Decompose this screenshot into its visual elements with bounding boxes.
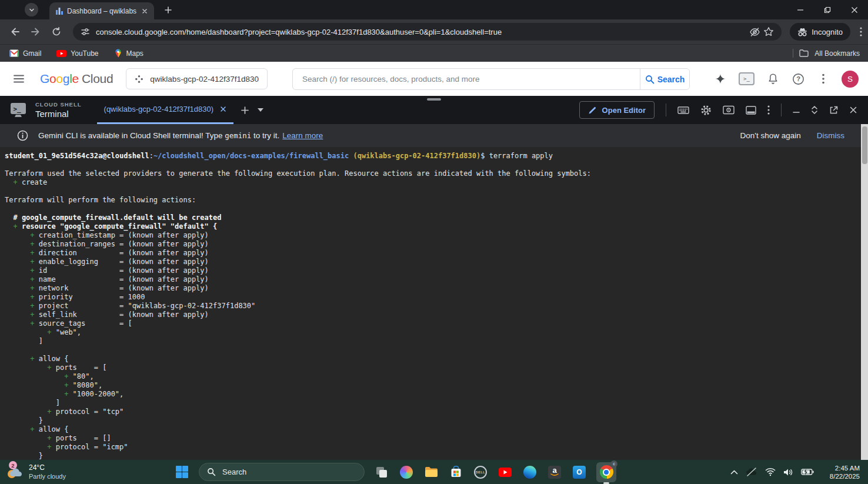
youtube-button[interactable] bbox=[498, 465, 513, 480]
open-in-new-window-button[interactable] bbox=[829, 106, 838, 115]
nav-menu-button[interactable] bbox=[12, 72, 26, 86]
terminal-tab[interactable]: (qwiklabs-gcp-02-412f37f1d830) bbox=[97, 96, 233, 124]
logo-letter: o bbox=[56, 72, 62, 86]
back-button[interactable] bbox=[7, 24, 24, 40]
chevron-down-icon bbox=[28, 6, 35, 14]
dont-show-again-button[interactable]: Don't show again bbox=[740, 131, 801, 140]
notifications-button[interactable] bbox=[766, 72, 780, 86]
panel-layout-button[interactable] bbox=[746, 106, 756, 115]
logo-letter: G bbox=[40, 72, 49, 86]
new-terminal-tab-button[interactable] bbox=[241, 106, 249, 115]
dashboard-favicon-icon bbox=[55, 7, 64, 15]
more-options-button[interactable] bbox=[816, 72, 830, 86]
edge-button[interactable] bbox=[522, 465, 538, 480]
address-bar[interactable]: console.cloud.google.com/home/dashboard?… bbox=[73, 23, 782, 41]
site-settings-icon[interactable] bbox=[81, 27, 90, 36]
all-bookmarks[interactable]: All Bookmarks bbox=[793, 49, 860, 58]
search-input[interactable]: Search (/) for resources, docs, products… bbox=[293, 69, 640, 89]
gear-icon bbox=[700, 105, 712, 116]
search-button[interactable]: Search bbox=[640, 69, 689, 89]
cloud-shell-icon: >_ bbox=[9, 102, 27, 118]
wifi-icon[interactable] bbox=[765, 468, 776, 476]
battery-charging-icon[interactable] bbox=[801, 468, 814, 476]
shell-more-options-button[interactable] bbox=[767, 105, 770, 115]
window-minimize-button[interactable] bbox=[787, 0, 814, 19]
web-preview-button[interactable] bbox=[723, 105, 735, 115]
new-tab-button[interactable] bbox=[163, 5, 173, 15]
browser-tab[interactable]: Dashboard – qwiklabs-gcp-02-412f37f1d830 bbox=[49, 2, 154, 19]
microsoft-store-button[interactable] bbox=[448, 465, 463, 480]
browser-menu-button[interactable] bbox=[854, 25, 868, 39]
panel-drag-handle[interactable] bbox=[427, 98, 441, 101]
dell-button[interactable]: DELL bbox=[473, 465, 488, 480]
start-button[interactable] bbox=[174, 465, 189, 480]
help-button[interactable]: ? bbox=[791, 72, 805, 86]
bookmark-gmail[interactable]: Gmail bbox=[9, 49, 41, 58]
incognito-label: Incognito bbox=[812, 28, 843, 36]
task-view-icon bbox=[375, 466, 388, 479]
bookmarks-bar: Gmail YouTube Maps All Bookmarks bbox=[0, 44, 868, 62]
account-avatar[interactable]: S bbox=[842, 71, 859, 88]
gemini-button[interactable] bbox=[713, 72, 727, 86]
weather-badge: 2 bbox=[9, 461, 17, 469]
all-bookmarks-label: All Bookmarks bbox=[814, 49, 860, 58]
window-restore-button[interactable] bbox=[814, 0, 841, 19]
kebab-menu-icon bbox=[767, 105, 770, 115]
task-view-button[interactable] bbox=[374, 465, 389, 480]
cloud-shell-toggle-button[interactable]: >_ bbox=[739, 72, 755, 85]
gcp-header-actions: >_ ? S bbox=[713, 62, 859, 96]
learn-more-link[interactable]: Learn more bbox=[282, 131, 323, 140]
settings-button[interactable] bbox=[700, 105, 712, 116]
bookmark-star-icon[interactable] bbox=[762, 25, 776, 39]
copilot-button[interactable] bbox=[399, 465, 414, 480]
weather-widget[interactable]: 2 24°C Partly cloudy bbox=[6, 462, 66, 481]
terminal-output: student_01_9e51d564c32a@cloudshell:~/clo… bbox=[5, 152, 861, 460]
terminal[interactable]: student_01_9e51d564c32a@cloudshell:~/clo… bbox=[0, 147, 861, 460]
terminal-tab-close-icon[interactable] bbox=[220, 106, 226, 112]
tab-search-button[interactable] bbox=[25, 3, 38, 16]
search-button-label: Search bbox=[657, 75, 685, 84]
tray-expand-button[interactable] bbox=[730, 470, 738, 475]
close-panel-button[interactable] bbox=[849, 106, 857, 114]
keyboard-button[interactable] bbox=[677, 106, 689, 115]
chrome-button[interactable]: c bbox=[596, 462, 616, 482]
onedrive-offline-icon[interactable] bbox=[746, 468, 757, 476]
outlook-button[interactable]: O bbox=[572, 465, 587, 480]
url-text[interactable]: console.cloud.google.com/home/dashboard?… bbox=[96, 28, 747, 36]
window-controls bbox=[787, 0, 868, 19]
notice-actions: Don't show again Dismiss bbox=[740, 131, 844, 140]
incognito-badge[interactable]: Incognito bbox=[790, 23, 850, 41]
terminal-glyph-icon: >_ bbox=[743, 76, 750, 82]
scrollbar-thumb[interactable] bbox=[862, 126, 867, 164]
volume-icon[interactable] bbox=[783, 468, 793, 476]
search-icon bbox=[207, 468, 216, 476]
amazon-button[interactable]: a bbox=[547, 465, 562, 480]
forward-button[interactable] bbox=[27, 24, 44, 40]
window-close-button[interactable] bbox=[841, 0, 868, 19]
project-selector[interactable]: qwiklabs-gcp-02-412f37f1d830 bbox=[126, 68, 268, 89]
minimize-panel-button[interactable] bbox=[793, 106, 800, 114]
eye-off-icon[interactable] bbox=[747, 25, 762, 39]
open-editor-button[interactable]: Open Editor bbox=[579, 101, 655, 119]
logo-letter: g bbox=[63, 72, 69, 86]
divider bbox=[666, 104, 666, 116]
expand-panel-button[interactable] bbox=[811, 105, 818, 115]
gemini-spark-icon bbox=[715, 73, 726, 85]
taskbar-clock[interactable]: 2:45 AM 8/22/2025 bbox=[830, 464, 860, 480]
terminal-tab-menu-button[interactable] bbox=[258, 108, 263, 112]
dismiss-button[interactable]: Dismiss bbox=[817, 131, 844, 140]
reload-button[interactable] bbox=[48, 24, 65, 40]
terminal-scrollbar[interactable] bbox=[861, 124, 868, 460]
hamburger-icon bbox=[14, 75, 24, 83]
tab-close-icon[interactable] bbox=[140, 6, 149, 16]
bookmark-maps[interactable]: Maps bbox=[114, 48, 143, 58]
weather-icon: 2 bbox=[6, 462, 24, 481]
bookmark-youtube[interactable]: YouTube bbox=[56, 49, 98, 58]
cloud-shell-eyebrow: CLOUD SHELL bbox=[35, 101, 82, 108]
divider bbox=[793, 49, 793, 58]
open-editor-label: Open Editor bbox=[602, 106, 646, 115]
google-cloud-logo[interactable]: GoogleCloud bbox=[40, 72, 113, 86]
file-explorer-button[interactable] bbox=[423, 465, 439, 480]
taskbar-search[interactable]: Search bbox=[199, 463, 365, 481]
microsoft-store-icon bbox=[450, 466, 462, 478]
